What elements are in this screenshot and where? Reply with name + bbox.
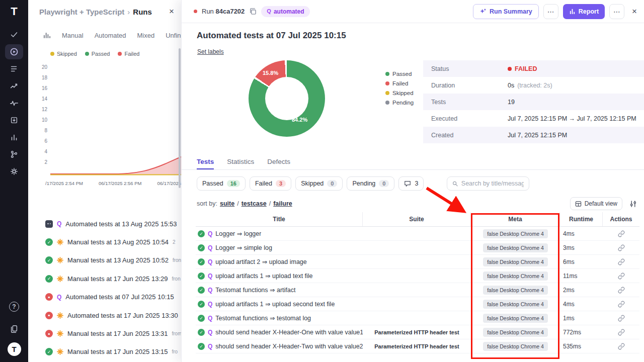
failed-dot-icon [508, 67, 512, 71]
meta-badge: false Desktop Chrome 4 [483, 272, 548, 281]
column-header-runtime[interactable]: Runtime [560, 212, 603, 226]
breadcrumb-project[interactable]: Playwright + TypeScript [39, 8, 124, 16]
column-header-suite[interactable]: Suite [363, 212, 471, 226]
suite-cell [363, 283, 471, 297]
table-row[interactable]: ✓Qupload artifact 2 ⇒ upload imagefalse … [196, 255, 639, 269]
table-row[interactable]: ✓Qshould send header X-Header-Two with v… [196, 339, 639, 353]
actions-cell[interactable] [603, 297, 639, 311]
actions-cell[interactable] [603, 311, 639, 325]
table-row[interactable]: ✓Qshould send header X-Header-One with v… [196, 325, 639, 339]
run-list-item[interactable]: QAutomated tests at 13 Aug 2025 15:53 [28, 215, 181, 233]
tests-icon[interactable] [5, 27, 23, 42]
main-sidebar: T ? T [0, 0, 28, 362]
sort-by-suite[interactable]: suite [220, 200, 234, 207]
column-settings-icon[interactable] [629, 200, 637, 208]
manual-burst-icon [57, 348, 63, 355]
meta-badge: false Desktop Chrome 4 [483, 300, 548, 309]
runs-tab-mixed[interactable]: Mixed [137, 32, 155, 39]
actions-cell[interactable] [603, 241, 639, 254]
run-list-item[interactable]: ✓Manual tests at 13 Aug 2025 10:52fron [28, 251, 181, 269]
copy-icon[interactable] [249, 8, 257, 15]
y-tick: 20 [30, 64, 47, 70]
filter-failed-button[interactable]: Failed3 [250, 176, 291, 191]
tab-defects[interactable]: Defects [267, 154, 290, 169]
tab-statistics[interactable]: Statistics [227, 154, 254, 169]
comments-filter-button[interactable]: 3 [398, 176, 424, 191]
column-header-actions[interactable]: Actions [603, 212, 639, 226]
runs-tab-unfinished[interactable]: Unfinished [166, 32, 181, 39]
help-icon[interactable]: ? [5, 299, 23, 314]
manual-burst-icon [57, 330, 63, 337]
runs-filter-tabs: ManualAutomatedMixedUnfinished [43, 29, 181, 42]
table-view-icon [575, 201, 582, 207]
test-title: upload artifact 2 ⇒ upload image [215, 258, 306, 265]
manual-burst-icon [57, 312, 63, 319]
table-row[interactable]: ✓QLogger ⇒ loggerfalse Desktop Chrome 44… [196, 227, 639, 241]
filter-count-badge: 3 [276, 180, 286, 187]
run-suffix: from [172, 331, 181, 336]
runs-tab-automated[interactable]: Automated [95, 32, 126, 39]
reports-icon[interactable] [5, 130, 23, 145]
tasks-icon[interactable] [5, 61, 23, 76]
user-avatar[interactable]: T [8, 342, 21, 356]
filter-label: Pending [352, 180, 375, 187]
scheduled-status-icon [45, 220, 53, 228]
import-icon[interactable] [5, 113, 23, 128]
filter-skipped-button[interactable]: Skipped0 [295, 176, 343, 191]
legend-label: Failed [124, 51, 139, 57]
filter-passed-button[interactable]: Passed16 [197, 176, 246, 191]
run-suffix: fron [173, 257, 181, 263]
results-table-body: ✓QLogger ⇒ loggerfalse Desktop Chrome 44… [196, 227, 639, 353]
runs-chart-toggle-icon[interactable] [43, 32, 51, 39]
report-button[interactable]: Report [563, 4, 605, 19]
automated-badge[interactable]: Q automated [261, 6, 309, 17]
y-tick: 8 [30, 128, 47, 133]
run-list-item[interactable]: ✓Manual tests at 17 Jun 2025 13:15fro [28, 343, 181, 361]
table-row[interactable]: ✓QTestomat functions ⇒ testomat logfalse… [196, 311, 639, 325]
run-list-item[interactable]: ■Manual tests at 17 Jun 2025 13:31from [28, 324, 181, 342]
run-list-item[interactable]: ✓Manual tests at 13 Aug 2025 10:542 [28, 233, 181, 251]
runtime-cell: 3ms [560, 241, 603, 254]
tab-tests[interactable]: Tests [197, 154, 214, 169]
search-input[interactable] [461, 180, 524, 187]
runs-icon[interactable] [5, 44, 23, 59]
passed-icon: ✓ [198, 230, 205, 237]
drawer-close-icon[interactable]: × [632, 7, 637, 17]
settings-gear-icon[interactable] [5, 164, 23, 179]
drawer-more-button[interactable]: ⋯ [609, 4, 624, 19]
runs-panel-close-icon[interactable]: × [169, 7, 174, 17]
run-summary-button[interactable]: Run Summary [473, 4, 539, 19]
run-suffix: fron [172, 276, 180, 282]
analytics-icon[interactable] [5, 78, 23, 94]
sort-by-testcase[interactable]: testcase [242, 200, 267, 207]
column-header-title[interactable]: Title [196, 212, 363, 226]
sort-by-failure[interactable]: failure [273, 200, 292, 207]
more-actions-button[interactable]: ⋯ [543, 4, 558, 19]
runs-tab-manual[interactable]: Manual [62, 32, 84, 39]
actions-cell[interactable] [603, 269, 639, 283]
pulse-icon[interactable] [5, 96, 23, 111]
docs-icon[interactable] [5, 321, 23, 336]
column-header-meta[interactable]: Meta [471, 212, 560, 226]
actions-cell[interactable] [603, 255, 639, 268]
info-row: ExecutedJul 7, 2025 12:15 PM → Jul 7, 20… [423, 110, 644, 127]
filter-pending-button[interactable]: Pending0 [347, 176, 394, 191]
run-list-item[interactable]: ■QAutomated tests at 07 Jul 2025 10:15 [28, 288, 181, 306]
actions-cell[interactable] [603, 227, 639, 240]
donut-legend-item: Skipped [385, 88, 414, 98]
actions-cell[interactable] [603, 283, 639, 297]
table-row[interactable]: ✓Qupload artifacts 1 ⇒ upload second tex… [196, 297, 639, 311]
table-row[interactable]: ✓QLogger ⇒ simple logfalse Desktop Chrom… [196, 241, 639, 255]
run-list-item[interactable]: ■Automated tests at 17 Jun 2025 13:30 [28, 306, 181, 324]
actions-cell[interactable] [603, 339, 639, 353]
actions-cell[interactable] [603, 325, 639, 339]
branches-icon[interactable] [5, 147, 23, 162]
set-labels-link[interactable]: Set labels [197, 48, 224, 55]
default-view-button[interactable]: Default view [570, 197, 622, 210]
table-row[interactable]: ✓Qupload artifacts 1 ⇒ upload text filef… [196, 269, 639, 283]
runs-panel-scrollbar[interactable] [179, 48, 181, 188]
table-row[interactable]: ✓QTestomat functions ⇒ artifactfalse Des… [196, 283, 639, 297]
meta-cell: false Desktop Chrome 4 [471, 339, 560, 353]
filter-count-badge: 16 [227, 180, 240, 187]
run-list-item[interactable]: ✓Manual tests at 17 Jun 2025 13:29fron [28, 269, 181, 288]
